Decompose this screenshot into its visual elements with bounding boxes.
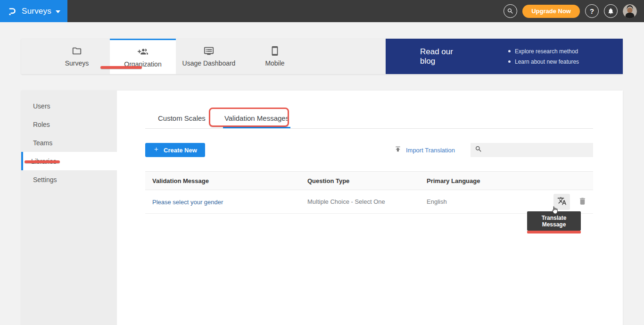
promo-bullet-list: Explore research method Learn about new …: [508, 46, 579, 67]
sidebar-item-users[interactable]: Users: [21, 97, 117, 115]
tabs-divider: [145, 128, 593, 129]
create-new-label: Create New: [164, 147, 197, 154]
promo-title: Read our blog: [420, 47, 470, 66]
group-add-icon: [137, 47, 149, 57]
table-row: Please select your gender Multiple Choic…: [145, 190, 593, 214]
main-card: Users Roles Teams Libraries Settings Cus…: [21, 91, 623, 325]
tooltip: Translate Message: [527, 211, 581, 233]
tooltip-label: Translate Message: [527, 211, 581, 231]
create-new-button[interactable]: Create New: [145, 143, 205, 157]
import-translation-label: Import Translation: [406, 147, 455, 154]
import-translation-link[interactable]: Import Translation: [394, 145, 455, 155]
search-icon: [507, 8, 514, 15]
help-button[interactable]: ?: [585, 4, 599, 18]
folder-icon: [72, 46, 82, 56]
toolbar: Create New Import Translation: [145, 143, 593, 157]
blog-promo-panel[interactable]: Read our blog Explore research method Le…: [386, 39, 623, 74]
plus-icon: [153, 146, 159, 154]
import-icon: [394, 145, 402, 155]
smartphone-icon: [270, 46, 280, 56]
sidebar-item-roles[interactable]: Roles: [21, 115, 117, 133]
topbar-actions: Upgrade Now ?: [504, 4, 644, 18]
promo-bullet: Explore research method: [508, 46, 579, 57]
tab-label: Organization: [124, 60, 161, 68]
table-header-row: Validation Message Question Type Primary…: [145, 171, 593, 190]
product-switcher[interactable]: Surveys: [0, 0, 67, 22]
content-area: Custom Scales Validation Messages Create…: [117, 91, 623, 325]
row-actions: [553, 194, 593, 210]
tab-label: Surveys: [65, 59, 89, 67]
column-header-question-type: Question Type: [307, 177, 427, 184]
translate-icon: [557, 196, 567, 207]
tab-label: Usage Dashboard: [182, 59, 236, 67]
tab-custom-scales[interactable]: Custom Scales: [157, 108, 207, 128]
question-mark-icon: ?: [590, 7, 594, 15]
annotation-underline-tooltip: [527, 231, 581, 233]
tab-mobile[interactable]: Mobile: [242, 39, 308, 74]
validation-message-link[interactable]: Please select your gender: [152, 199, 223, 206]
tab-surveys[interactable]: Surveys: [44, 39, 110, 74]
search-box[interactable]: [471, 143, 593, 157]
bell-icon: [607, 8, 614, 15]
chevron-down-icon: [56, 10, 60, 13]
tab-label: Mobile: [265, 59, 284, 67]
search-input[interactable]: [486, 147, 589, 154]
top-bar: Surveys Upgrade Now ?: [0, 0, 644, 22]
library-tabs: Custom Scales Validation Messages: [145, 108, 593, 128]
sidebar-item-teams[interactable]: Teams: [21, 133, 117, 152]
notifications-button[interactable]: [604, 4, 618, 18]
questionpro-logo-icon: [7, 6, 17, 17]
dashboard-icon: [204, 46, 214, 56]
tab-validation-messages[interactable]: Validation Messages: [223, 108, 290, 128]
column-header-validation-message: Validation Message: [145, 177, 307, 184]
app-tab-band: Surveys Organization Usage Dashboard Mob…: [21, 39, 623, 74]
sidebar-item-settings[interactable]: Settings: [21, 170, 117, 189]
avatar[interactable]: [623, 4, 637, 18]
validation-messages-table: Validation Message Question Type Primary…: [145, 171, 593, 214]
product-label: Surveys: [22, 7, 51, 16]
delete-button[interactable]: [578, 197, 587, 207]
promo-bullet: Learn about new features: [508, 57, 579, 67]
sidebar: Users Roles Teams Libraries Settings: [21, 91, 117, 325]
tab-organization[interactable]: Organization: [110, 39, 176, 74]
upgrade-now-button[interactable]: Upgrade Now: [522, 5, 580, 18]
question-type-cell: Multiple Choice - Select One: [307, 198, 427, 205]
translate-message-button[interactable]: [553, 194, 570, 210]
search-button[interactable]: [504, 4, 517, 18]
primary-language-cell: English: [427, 198, 553, 205]
column-header-primary-language: Primary Language: [427, 177, 593, 184]
sidebar-item-libraries[interactable]: Libraries: [21, 152, 117, 170]
search-icon: [475, 145, 482, 155]
trash-icon: [578, 197, 587, 207]
tab-usage-dashboard[interactable]: Usage Dashboard: [176, 39, 242, 74]
app-tabs: Surveys Organization Usage Dashboard Mob…: [21, 39, 386, 74]
